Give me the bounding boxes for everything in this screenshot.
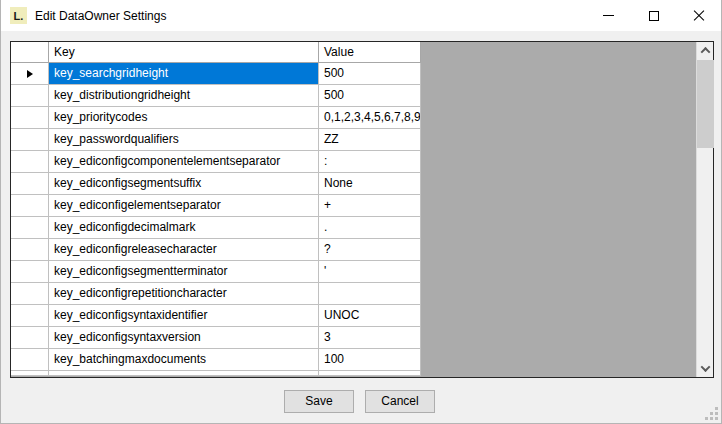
minimize-icon xyxy=(603,15,614,16)
partial-row xyxy=(11,371,696,376)
maximize-button[interactable] xyxy=(631,0,676,31)
row-header-cell[interactable] xyxy=(11,129,49,151)
key-cell[interactable]: key_ediconfigdecimalmark xyxy=(49,217,319,239)
chevron-up-icon xyxy=(701,47,711,57)
scroll-up-button[interactable] xyxy=(697,42,714,59)
value-cell[interactable]: ? xyxy=(319,239,421,261)
grid-header-row: Key Value xyxy=(11,42,696,63)
value-cell[interactable] xyxy=(319,283,421,305)
table-row[interactable]: key_ediconfigrepetitioncharacter xyxy=(11,283,696,305)
row-header-cell[interactable] xyxy=(11,217,49,239)
table-row[interactable]: key_ediconfigsyntaxidentifier UNOC xyxy=(11,305,696,327)
value-cell[interactable]: . xyxy=(319,217,421,239)
save-button[interactable]: Save xyxy=(284,390,354,413)
value-cell[interactable]: 3 xyxy=(319,327,421,349)
key-cell[interactable]: key_ediconfigrepetitioncharacter xyxy=(49,283,319,305)
chevron-down-icon xyxy=(701,362,711,372)
current-row-arrow-icon xyxy=(27,70,33,78)
value-cell[interactable]: UNOC xyxy=(319,305,421,327)
key-cell[interactable]: key_ediconfigcomponentelementseparator xyxy=(49,151,319,173)
resize-grip[interactable] xyxy=(704,406,718,420)
close-icon xyxy=(693,10,704,21)
row-header-cell[interactable] xyxy=(11,151,49,173)
key-cell[interactable]: key_ediconfigelementseparator xyxy=(49,195,319,217)
row-header-cell[interactable] xyxy=(11,283,49,305)
key-cell[interactable]: key_passwordqualifiers xyxy=(49,129,319,151)
column-header-value[interactable]: Value xyxy=(319,42,421,63)
key-cell[interactable]: key_ediconfigreleasecharacter xyxy=(49,239,319,261)
table-row[interactable]: key_prioritycodes 0,1,2,3,4,5,6,7,8,9 xyxy=(11,107,696,129)
window-controls xyxy=(586,0,721,31)
settings-grid: Key Value key_searchgridheight 500 key_d… xyxy=(10,41,714,378)
key-cell[interactable]: key_ediconfigsegmentterminator xyxy=(49,261,319,283)
grid-rows: key_searchgridheight 500 key_distributio… xyxy=(11,63,696,371)
table-row[interactable]: key_ediconfigsegmentsuffix None xyxy=(11,173,696,195)
value-cell[interactable]: ' xyxy=(319,261,421,283)
value-cell[interactable]: 100 xyxy=(319,349,421,371)
table-row[interactable]: key_ediconfigsyntaxversion 3 xyxy=(11,327,696,349)
column-header-key[interactable]: Key xyxy=(49,42,319,63)
table-row[interactable]: key_batchingmaxdocuments 100 xyxy=(11,349,696,371)
value-cell[interactable]: + xyxy=(319,195,421,217)
maximize-icon xyxy=(649,11,659,21)
row-header-cell[interactable] xyxy=(11,85,49,107)
vertical-scrollbar[interactable] xyxy=(696,42,713,377)
titlebar[interactable]: L. Edit DataOwner Settings xyxy=(1,0,721,31)
row-header-cell[interactable] xyxy=(11,63,49,85)
row-header-cell[interactable] xyxy=(11,327,49,349)
key-cell[interactable]: key_distributiongridheight xyxy=(49,85,319,107)
table-row[interactable]: key_ediconfigelementseparator + xyxy=(11,195,696,217)
scrollbar-thumb[interactable] xyxy=(697,60,714,148)
table-row[interactable]: key_ediconfigdecimalmark . xyxy=(11,217,696,239)
row-header-cell[interactable] xyxy=(11,349,49,371)
table-row[interactable]: key_ediconfigsegmentterminator ' xyxy=(11,261,696,283)
value-cell[interactable]: None xyxy=(319,173,421,195)
row-header-column-header xyxy=(11,42,49,63)
grid-content: Key Value key_searchgridheight 500 key_d… xyxy=(11,42,696,377)
row-header-cell[interactable] xyxy=(11,173,49,195)
app-icon: L. xyxy=(10,7,27,24)
close-button[interactable] xyxy=(676,0,721,31)
value-cell[interactable]: 500 xyxy=(319,63,421,85)
table-row[interactable]: key_searchgridheight 500 xyxy=(11,63,696,85)
key-cell[interactable]: key_batchingmaxdocuments xyxy=(49,349,319,371)
table-row[interactable]: key_distributiongridheight 500 xyxy=(11,85,696,107)
value-cell[interactable]: 0,1,2,3,4,5,6,7,8,9 xyxy=(319,107,421,129)
row-header-cell[interactable] xyxy=(11,261,49,283)
key-cell[interactable]: key_prioritycodes xyxy=(49,107,319,129)
row-header-cell[interactable] xyxy=(11,107,49,129)
value-cell[interactable]: 500 xyxy=(319,85,421,107)
minimize-button[interactable] xyxy=(586,0,631,31)
window-title: Edit DataOwner Settings xyxy=(35,9,166,23)
key-cell[interactable]: key_searchgridheight xyxy=(49,63,319,85)
scroll-down-button[interactable] xyxy=(697,360,714,377)
key-cell[interactable]: key_ediconfigsyntaxidentifier xyxy=(49,305,319,327)
table-row[interactable]: key_ediconfigcomponentelementseparator : xyxy=(11,151,696,173)
value-cell[interactable]: ZZ xyxy=(319,129,421,151)
row-header-cell[interactable] xyxy=(11,239,49,261)
edit-dataowner-settings-dialog: L. Edit DataOwner Settings Key Value key… xyxy=(0,0,722,424)
cancel-button[interactable]: Cancel xyxy=(365,390,435,413)
table-row[interactable]: key_passwordqualifiers ZZ xyxy=(11,129,696,151)
key-cell[interactable]: key_ediconfigsegmentsuffix xyxy=(49,173,319,195)
key-cell[interactable]: key_ediconfigsyntaxversion xyxy=(49,327,319,349)
row-header-cell[interactable] xyxy=(11,195,49,217)
row-header-cell[interactable] xyxy=(11,305,49,327)
value-cell[interactable]: : xyxy=(319,151,421,173)
table-row[interactable]: key_ediconfigreleasecharacter ? xyxy=(11,239,696,261)
